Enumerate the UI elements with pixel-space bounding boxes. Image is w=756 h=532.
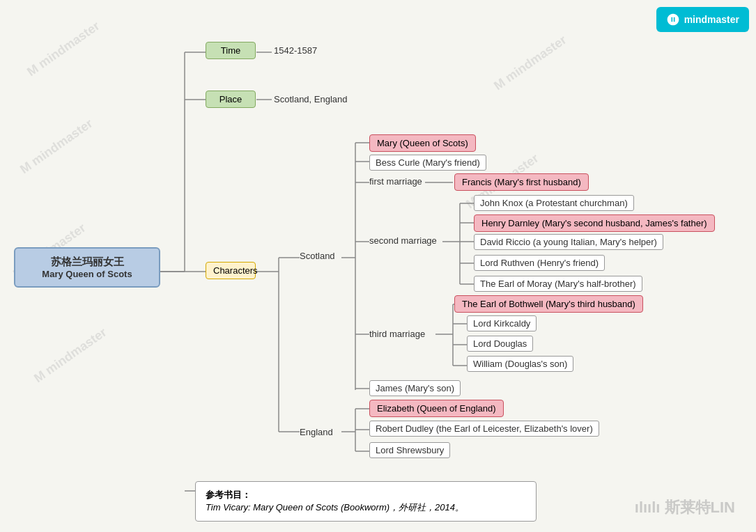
david-node: David Riccio (a young Italian, Mary's he…	[474, 234, 663, 250]
shrewsbury-node: Lord Shrewsbury	[369, 442, 450, 458]
francis-label: Francis (Mary's first husband)	[462, 177, 581, 187]
place-node: Place	[206, 91, 256, 108]
ruthven-label: Lord Ruthven (Henry's friend)	[480, 258, 599, 268]
central-node: 苏格兰玛丽女王 Mary Queen of Scots	[14, 247, 160, 288]
elizabeth-label: Elizabeth (Queen of England)	[377, 403, 496, 414]
mary-node: Mary (Queen of Scots)	[369, 134, 476, 152]
reference-box: 参考书目： Tim Vicary: Mary Queen of Scots (B…	[195, 481, 537, 522]
ref-content: Tim Vicary: Mary Queen of Scots (Bookwor…	[206, 502, 464, 513]
ref-title: 参考书目：	[206, 490, 251, 500]
kirkcaldy-label: Lord Kirkcaldy	[473, 318, 530, 329]
bess-label: Bess Curle (Mary's friend)	[376, 157, 480, 168]
robert-node: Robert Dudley (the Earl of Leicester, El…	[369, 421, 599, 437]
moray-node: The Earl of Moray (Mary's half-brother)	[474, 276, 642, 292]
second-marriage-label: second marriage	[369, 235, 437, 246]
lord-douglas-node: Lord Douglas	[467, 336, 533, 352]
place-label: Place	[219, 94, 242, 104]
john-knox-node: John Knox (a Protestant churchman)	[474, 195, 634, 211]
watermark-2: M mindmaster	[17, 116, 95, 177]
lord-douglas-label: Lord Douglas	[473, 338, 527, 349]
time-node: Time	[206, 42, 256, 59]
robert-label: Robert Dudley (the Earl of Leicester, El…	[376, 423, 593, 434]
central-en: Mary Queen of Scots	[24, 269, 151, 279]
mindmaster-icon	[666, 13, 680, 26]
james-label: James (Mary's son)	[376, 383, 454, 393]
kirkcaldy-node: Lord Kirkcaldy	[467, 315, 537, 331]
henry-label: Henry Darnley (Mary's second husband, Ja…	[481, 218, 707, 228]
bilibili-watermark: ılıılı 斯莱特LIN	[635, 497, 735, 518]
watermark-5: M mindmaster	[491, 33, 569, 93]
watermark-4: M mindmaster	[31, 325, 109, 386]
first-marriage-label: first marriage	[369, 176, 422, 187]
characters-label: Characters	[213, 265, 258, 276]
place-value: Scotland, England	[274, 94, 348, 104]
time-value: 1542-1587	[274, 45, 317, 56]
david-label: David Riccio (a young Italian, Mary's he…	[480, 237, 657, 247]
mindmaster-logo: mindmaster	[656, 7, 749, 32]
james-node: James (Mary's son)	[369, 380, 461, 396]
william-label: William (Douglas's son)	[473, 359, 567, 369]
bess-node: Bess Curle (Mary's friend)	[369, 155, 486, 171]
scotland-label: Scotland	[300, 251, 335, 261]
henry-node: Henry Darnley (Mary's second husband, Ja…	[474, 214, 715, 232]
third-marriage-label: third marriage	[369, 329, 425, 339]
central-zh: 苏格兰玛丽女王	[24, 256, 151, 269]
ruthven-node: Lord Ruthven (Henry's friend)	[474, 255, 605, 271]
elizabeth-node: Elizabeth (Queen of England)	[369, 400, 504, 417]
england-label: England	[300, 427, 333, 437]
william-node: William (Douglas's son)	[467, 356, 573, 372]
time-label: Time	[221, 45, 240, 56]
bothwell-node: The Earl of Bothwell (Mary's third husba…	[454, 295, 643, 313]
bothwell-label: The Earl of Bothwell (Mary's third husba…	[462, 299, 635, 309]
shrewsbury-label: Lord Shrewsbury	[376, 445, 444, 455]
watermark-1: M mindmaster	[24, 19, 102, 79]
moray-label: The Earl of Moray (Mary's half-brother)	[480, 279, 636, 289]
mindmaster-label: mindmaster	[684, 14, 739, 25]
mary-label: Mary (Queen of Scots)	[377, 138, 468, 148]
francis-node: Francis (Mary's first husband)	[454, 173, 589, 191]
john-knox-label: John Knox (a Protestant churchman)	[480, 198, 628, 208]
characters-node: Characters	[206, 262, 256, 279]
